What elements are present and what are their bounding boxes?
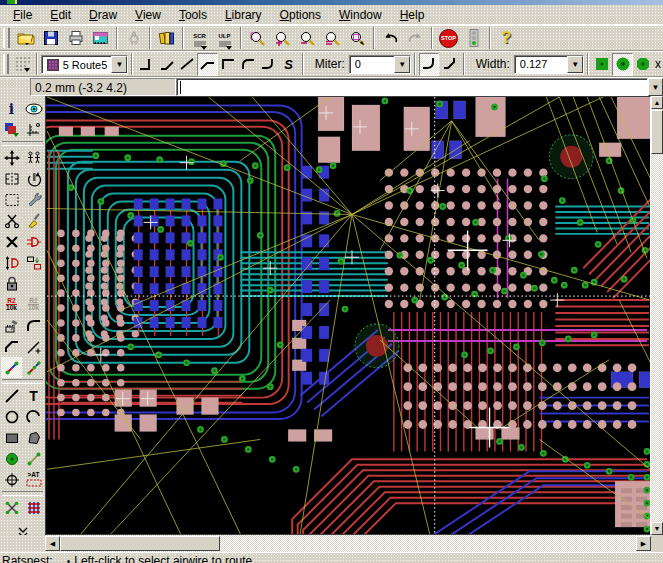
vertical-scrollbar[interactable]: ▲ ▼ bbox=[651, 96, 663, 535]
tool-unmiter[interactable] bbox=[1, 336, 22, 357]
command-input[interactable] bbox=[176, 78, 648, 96]
command-history-arrow[interactable]: ▼ bbox=[648, 78, 663, 96]
tool-group[interactable] bbox=[1, 189, 22, 210]
menu-tools[interactable]: Tools bbox=[170, 6, 216, 24]
tool-lock[interactable] bbox=[1, 273, 22, 294]
tool-circle[interactable] bbox=[1, 406, 22, 427]
via-shape-square-button[interactable] bbox=[592, 53, 612, 76]
separator bbox=[240, 27, 242, 49]
scroll-down-button[interactable]: ▼ bbox=[651, 522, 663, 535]
tool-paste[interactable] bbox=[23, 210, 44, 231]
scroll-left-button[interactable]: ◀ bbox=[45, 536, 60, 551]
bend-style-7-button[interactable] bbox=[258, 53, 278, 76]
toolbar-gripper[interactable] bbox=[3, 28, 10, 48]
bend-style-3-button[interactable] bbox=[177, 53, 197, 76]
help-button[interactable]: ? bbox=[494, 27, 519, 50]
vertical-scroll-track[interactable] bbox=[651, 154, 663, 522]
library-button[interactable] bbox=[154, 27, 179, 50]
tool-change[interactable] bbox=[23, 189, 44, 210]
tool-miter[interactable] bbox=[23, 315, 44, 336]
bend-style-5-button[interactable] bbox=[218, 53, 238, 76]
miter-combo[interactable]: 0 ▼ bbox=[349, 55, 411, 74]
horizontal-scroll-thumb[interactable] bbox=[60, 536, 220, 551]
via-shape-round-button[interactable] bbox=[612, 53, 632, 76]
tool-mark[interactable] bbox=[23, 119, 44, 140]
zoom-fit-button[interactable] bbox=[245, 27, 270, 50]
menu-window[interactable]: Window bbox=[330, 6, 391, 24]
tool-hole[interactable] bbox=[1, 469, 22, 490]
bend-style-2-button[interactable] bbox=[157, 53, 177, 76]
miter-value: 0 bbox=[350, 56, 394, 73]
miter-round-button[interactable] bbox=[419, 53, 439, 76]
horizontal-scrollbar[interactable]: ◀ ▶ bbox=[45, 535, 651, 552]
menu-file[interactable]: File bbox=[4, 6, 41, 24]
menu-options[interactable]: Options bbox=[271, 6, 330, 24]
scroll-right-button[interactable]: ▶ bbox=[636, 536, 651, 551]
width-combo-arrow[interactable]: ▼ bbox=[567, 56, 583, 73]
undo-button[interactable] bbox=[378, 27, 403, 50]
miter-straight-button[interactable] bbox=[439, 53, 459, 76]
tool-route[interactable] bbox=[1, 357, 22, 378]
menu-library[interactable]: Library bbox=[216, 6, 271, 24]
tool-ratsnest[interactable] bbox=[1, 497, 22, 518]
menu-edit[interactable]: Edit bbox=[41, 6, 80, 24]
tool-via[interactable] bbox=[1, 448, 22, 469]
zoom-in-button[interactable] bbox=[270, 27, 295, 50]
tool-smash[interactable] bbox=[1, 315, 22, 336]
toolbar-gripper[interactable] bbox=[3, 54, 9, 74]
pcb-artwork bbox=[46, 97, 650, 534]
layer-combo-arrow[interactable]: ▼ bbox=[111, 56, 127, 73]
bend-style-8-button[interactable]: S bbox=[278, 53, 298, 76]
tool-move[interactable] bbox=[1, 147, 22, 168]
bend-style-6-button[interactable] bbox=[238, 53, 258, 76]
tool-split[interactable] bbox=[23, 336, 44, 357]
tool-wire[interactable] bbox=[1, 385, 22, 406]
stop-button[interactable]: STOP bbox=[436, 27, 461, 50]
print-button[interactable] bbox=[63, 27, 88, 50]
tool-add[interactable] bbox=[23, 231, 44, 252]
horizontal-scroll-track[interactable] bbox=[220, 535, 636, 552]
tool-polygon[interactable] bbox=[23, 427, 44, 448]
zoom-select-button[interactable] bbox=[345, 27, 370, 50]
tool-ripup[interactable] bbox=[23, 357, 44, 378]
go-button[interactable] bbox=[461, 27, 486, 50]
scroll-up-button[interactable]: ▲ bbox=[651, 96, 663, 109]
menu-help[interactable]: Help bbox=[391, 6, 434, 24]
tool-gateswap[interactable] bbox=[23, 252, 44, 273]
via-shape-octagon-button[interactable] bbox=[633, 53, 653, 76]
run-ulp-button[interactable]: ULP bbox=[212, 27, 237, 50]
tool-attribute[interactable]: >AT bbox=[23, 469, 44, 490]
width-combo[interactable]: 0.127 ▼ bbox=[514, 55, 584, 74]
bend-style-1-button[interactable] bbox=[136, 53, 156, 76]
tool-copy[interactable] bbox=[23, 147, 44, 168]
tool-display-layers[interactable] bbox=[1, 119, 22, 140]
tool-rotate[interactable] bbox=[23, 168, 44, 189]
tool-pinswap[interactable] bbox=[1, 252, 22, 273]
save-button[interactable] bbox=[38, 27, 63, 50]
bend-style-4-button[interactable] bbox=[197, 53, 217, 76]
cam-processor-button[interactable] bbox=[88, 27, 113, 50]
run-script-button[interactable]: SCR bbox=[187, 27, 212, 50]
zoom-out-button[interactable] bbox=[295, 27, 320, 50]
tool-delete[interactable] bbox=[1, 231, 22, 252]
open-button[interactable] bbox=[13, 27, 38, 50]
menu-draw[interactable]: Draw bbox=[80, 6, 126, 24]
tool-rect[interactable] bbox=[1, 427, 22, 448]
board-canvas[interactable] bbox=[45, 96, 651, 535]
miter-combo-arrow[interactable]: ▼ bbox=[394, 56, 410, 73]
tool-show[interactable] bbox=[23, 98, 44, 119]
tool-info[interactable]: i bbox=[1, 98, 22, 119]
tool-cut[interactable] bbox=[1, 210, 22, 231]
tool-mirror[interactable] bbox=[1, 168, 22, 189]
tool-name[interactable]: R2 10k bbox=[1, 294, 22, 315]
grid-button[interactable] bbox=[12, 53, 32, 76]
tool-signal[interactable] bbox=[23, 448, 44, 469]
menu-view[interactable]: View bbox=[126, 6, 170, 24]
layer-combo[interactable]: 5 Route5 ▼ bbox=[41, 55, 129, 74]
tool-value[interactable]: R2 10k bbox=[23, 294, 44, 315]
tool-arc[interactable] bbox=[23, 406, 44, 427]
tool-auto[interactable] bbox=[23, 497, 44, 518]
tool-text[interactable]: T bbox=[23, 385, 44, 406]
zoom-redraw-button[interactable] bbox=[320, 27, 345, 50]
vertical-scroll-thumb[interactable] bbox=[651, 110, 663, 154]
